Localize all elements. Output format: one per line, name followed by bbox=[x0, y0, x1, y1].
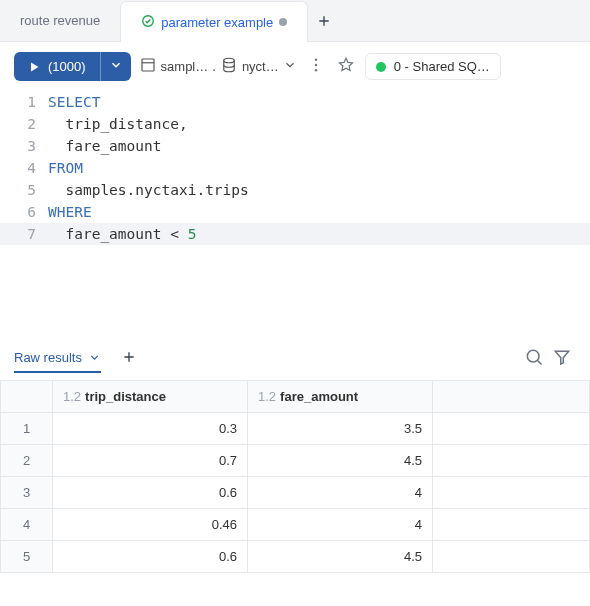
header-fare-amount[interactable]: 1.2fare_amount bbox=[248, 381, 433, 413]
svg-point-3 bbox=[315, 59, 317, 61]
header-rowindex[interactable] bbox=[1, 381, 53, 413]
table-row[interactable]: 50.64.5 bbox=[1, 541, 590, 573]
favorite-button[interactable] bbox=[335, 54, 357, 79]
line-number: 4 bbox=[0, 157, 48, 179]
svg-rect-1 bbox=[142, 59, 154, 71]
results-table: 1.2trip_distance 1.2fare_amount 10.33.5 … bbox=[0, 380, 590, 573]
run-button-group: (1000) bbox=[14, 52, 131, 81]
table-row[interactable]: 10.33.5 bbox=[1, 413, 590, 445]
header-trip-distance[interactable]: 1.2trip_distance bbox=[53, 381, 248, 413]
check-circle-icon bbox=[141, 14, 155, 31]
catalog-name: sampl… bbox=[161, 59, 209, 74]
tab-label: route revenue bbox=[20, 13, 100, 28]
separator-dot: . bbox=[212, 59, 216, 74]
dirty-indicator-icon bbox=[279, 18, 287, 26]
status-dot-icon bbox=[376, 62, 386, 72]
header-empty bbox=[433, 381, 590, 413]
tab-parameter-example[interactable]: parameter example bbox=[120, 1, 308, 42]
kebab-menu-button[interactable] bbox=[305, 54, 327, 79]
catalog-selector[interactable]: sampl… . nyct… bbox=[139, 56, 297, 77]
table-row[interactable]: 30.64 bbox=[1, 477, 590, 509]
play-icon bbox=[28, 61, 40, 73]
svg-point-5 bbox=[315, 69, 317, 71]
compute-label: 0 - Shared SQ… bbox=[394, 59, 490, 74]
chevron-down-icon bbox=[283, 58, 297, 75]
editor-tabs: route revenue parameter example bbox=[0, 0, 590, 42]
line-number: 6 bbox=[0, 201, 48, 223]
svg-point-2 bbox=[224, 58, 235, 63]
add-visualization-button[interactable] bbox=[121, 349, 137, 368]
star-icon bbox=[337, 56, 355, 74]
line-number: 2 bbox=[0, 113, 48, 135]
results-tab-raw[interactable]: Raw results bbox=[14, 344, 101, 373]
sql-editor[interactable]: 1SELECT 2 trip_distance, 3 fare_amount 4… bbox=[0, 91, 590, 245]
run-limit-label: (1000) bbox=[48, 59, 86, 74]
run-button[interactable]: (1000) bbox=[14, 52, 100, 81]
tab-label: parameter example bbox=[161, 15, 273, 30]
chevron-down-icon bbox=[109, 58, 123, 72]
filter-icon bbox=[552, 347, 572, 367]
add-tab-button[interactable] bbox=[308, 13, 340, 29]
run-dropdown-button[interactable] bbox=[100, 52, 131, 81]
filter-results-button[interactable] bbox=[548, 343, 576, 374]
search-icon bbox=[524, 347, 544, 367]
toolbar: (1000) sampl… . nyct… 0 - Shared SQ… bbox=[0, 42, 590, 91]
results-tab-label: Raw results bbox=[14, 350, 82, 365]
tab-route-revenue[interactable]: route revenue bbox=[0, 0, 120, 41]
results-tab-bar: Raw results bbox=[0, 337, 590, 380]
compute-selector[interactable]: 0 - Shared SQ… bbox=[365, 53, 501, 80]
table-row[interactable]: 40.464 bbox=[1, 509, 590, 541]
line-number: 5 bbox=[0, 179, 48, 201]
line-number: 3 bbox=[0, 135, 48, 157]
table-row[interactable]: 20.74.5 bbox=[1, 445, 590, 477]
line-number: 7 bbox=[0, 223, 48, 245]
svg-point-4 bbox=[315, 64, 317, 66]
database-name: nyct… bbox=[242, 59, 279, 74]
search-results-button[interactable] bbox=[520, 343, 548, 374]
database-icon bbox=[220, 56, 238, 77]
line-number: 1 bbox=[0, 91, 48, 113]
svg-point-6 bbox=[527, 350, 539, 362]
catalog-icon bbox=[139, 56, 157, 77]
chevron-down-icon bbox=[88, 351, 101, 364]
